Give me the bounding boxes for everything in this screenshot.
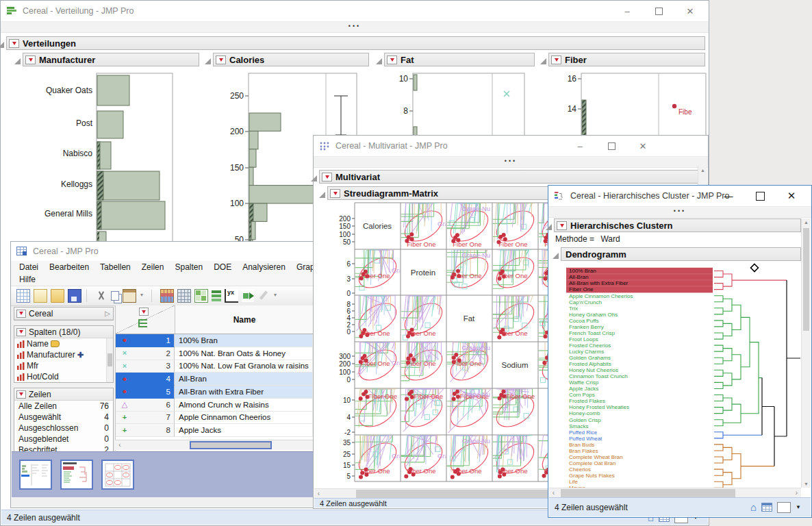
row-header[interactable]: +8 (116, 424, 175, 437)
disclosure-icon[interactable] (319, 192, 325, 198)
menu-doe[interactable]: DOE (208, 262, 237, 272)
menu-hilfe[interactable]: Hilfe (14, 275, 41, 284)
disclosure-icon[interactable] (205, 58, 211, 64)
disclosure-icon[interactable] (553, 253, 559, 259)
close-button[interactable]: ✕ (627, 136, 659, 156)
journal-icon[interactable] (34, 289, 47, 303)
data-table-icon[interactable] (160, 289, 174, 303)
outline-multivariat[interactable]: Multivariat (319, 170, 699, 184)
cell-name[interactable]: All-Bran with Extra Fiber (175, 386, 313, 399)
launch-icon[interactable] (242, 290, 254, 302)
scroll-up-icon[interactable]: ▲ (802, 220, 811, 225)
scrollbar-thumb[interactable] (190, 441, 272, 449)
scroll-left-icon[interactable]: ‹ (115, 440, 125, 450)
panel-expand-icon[interactable]: ▷ (105, 310, 110, 317)
red-triangle-menu-icon[interactable] (557, 221, 567, 230)
tile-windows-icon[interactable] (194, 289, 208, 303)
outline-verteilungen[interactable]: Verteilungen (6, 36, 705, 50)
cluster-hscrollbar[interactable]: ‹ › (549, 488, 801, 497)
data-table-icon[interactable] (761, 503, 772, 512)
column-item-hot-cold[interactable]: Hot/Cold (14, 371, 113, 382)
red-triangle-menu-icon[interactable] (25, 55, 36, 64)
outline-fat[interactable]: Fat (384, 53, 535, 66)
minimize-button[interactable]: – (564, 136, 596, 156)
outline-manufacturer[interactable]: Manufacturer (23, 53, 199, 66)
cell-name[interactable]: Almond Crunch w Raisins (175, 399, 313, 412)
column-header-name[interactable]: Name (175, 305, 314, 334)
column-item-name[interactable]: Name (14, 338, 113, 349)
outline-dendrogramm[interactable]: Dendrogramm (561, 247, 801, 261)
thumbnail-scatter-matrix[interactable] (101, 460, 134, 490)
disclosure-icon[interactable] (376, 58, 382, 64)
new-data-table-icon[interactable] (16, 289, 30, 303)
row-header[interactable]: △6 (116, 399, 175, 412)
minimize-button[interactable]: – (611, 1, 643, 21)
scrollbar-thumb[interactable] (561, 489, 735, 497)
minimize-button[interactable]: — (713, 186, 744, 206)
row-header[interactable]: +7 (116, 412, 175, 425)
thumbnail-cluster[interactable] (60, 460, 93, 490)
titlebar-distribution[interactable]: Cereal - Verteilung - JMP Pro (1, 1, 709, 21)
cell-name[interactable]: 100% Nat. Bran Oats & Honey (175, 347, 313, 360)
overflow-chevron-icon[interactable] (140, 290, 147, 302)
red-triangle-menu-icon[interactable] (9, 39, 19, 48)
open-icon[interactable] (51, 289, 64, 303)
cell-name[interactable]: 100% Bran (175, 334, 313, 347)
column-item-manufacturer[interactable]: Manufacturer✚ (14, 349, 113, 360)
menu-analysieren[interactable]: Analysieren (237, 262, 291, 272)
columns-panel-header[interactable]: Spalten (18/0) (14, 326, 113, 338)
window-drag-dots[interactable]: ••• (314, 156, 708, 168)
red-triangle-menu-icon[interactable] (16, 310, 26, 318)
scroll-left-icon[interactable]: ‹ (549, 489, 558, 497)
outline-hierarchical-cluster[interactable]: Hierarchisches Clustern (554, 218, 801, 232)
outline-fiber[interactable]: Fiber (548, 53, 705, 66)
table-panel-header[interactable]: Cereal ▷ (14, 308, 113, 320)
cluster-vscrollbar[interactable]: ▲ ▼ (801, 218, 811, 488)
save-icon[interactable] (68, 289, 81, 303)
row-header[interactable]: ●4 (116, 373, 175, 386)
menu-datei[interactable]: Datei (14, 262, 44, 272)
scroll-right-icon[interactable]: › (792, 489, 801, 497)
red-triangle-menu-icon[interactable] (139, 308, 149, 316)
row-header[interactable]: ×3 (116, 360, 175, 373)
red-triangle-menu-icon[interactable] (216, 55, 226, 64)
cell-name[interactable]: Apple Cinnamon Cheerios (175, 412, 313, 425)
menu-tabellen[interactable]: Tabellen (94, 262, 136, 272)
chevron-down-icon[interactable]: ▼ (796, 504, 801, 510)
disclosure-icon[interactable] (546, 224, 552, 230)
scroll-left-icon[interactable]: ‹ (314, 490, 323, 497)
cut-icon[interactable] (95, 290, 107, 302)
window-list-button[interactable] (777, 502, 791, 513)
window-drag-dots[interactable]: ••• (1, 21, 709, 33)
maximize-button[interactable] (643, 1, 674, 21)
maximize-button[interactable] (744, 186, 776, 206)
menu-spalten[interactable]: Spalten (169, 262, 208, 272)
formula-icon[interactable] (177, 289, 191, 303)
columns-glyph-icon[interactable] (138, 319, 147, 327)
red-triangle-menu-icon[interactable] (16, 390, 26, 399)
outline-calories[interactable]: Calories (213, 53, 369, 66)
columns-list-scrollbar[interactable] (106, 338, 113, 382)
window-drag-dots[interactable]: ••• (548, 206, 811, 218)
cell-name[interactable]: 100% Nat. Low Fat Granola w raisins (175, 360, 313, 373)
red-triangle-menu-icon[interactable] (330, 189, 340, 198)
menu-bearbeiten[interactable]: Bearbeiten (44, 262, 94, 272)
maximize-button[interactable] (596, 136, 627, 156)
fit-y-by-x-icon[interactable] (225, 289, 238, 303)
scroll-down-icon[interactable]: ▼ (802, 481, 811, 486)
red-triangle-menu-icon[interactable] (16, 328, 26, 336)
scrollbar-thumb[interactable] (356, 490, 555, 498)
copy-icon[interactable] (111, 291, 119, 301)
red-triangle-menu-icon[interactable] (322, 173, 332, 181)
disclosure-icon[interactable] (14, 58, 21, 64)
edit-icon[interactable] (257, 290, 270, 302)
red-triangle-menu-icon[interactable] (387, 55, 397, 64)
disclosure-icon[interactable] (540, 58, 546, 64)
column-item-mfr[interactable]: Mfr (14, 360, 113, 371)
row-header[interactable]: ●5 (116, 386, 175, 399)
cell-name[interactable]: All-Bran (175, 373, 313, 386)
cell-name[interactable]: Apple Jacks (175, 424, 313, 437)
close-button[interactable]: ✕ (776, 186, 807, 206)
row-header[interactable]: ×2 (116, 347, 175, 360)
menu-zeilen[interactable]: Zeilen (136, 262, 170, 272)
